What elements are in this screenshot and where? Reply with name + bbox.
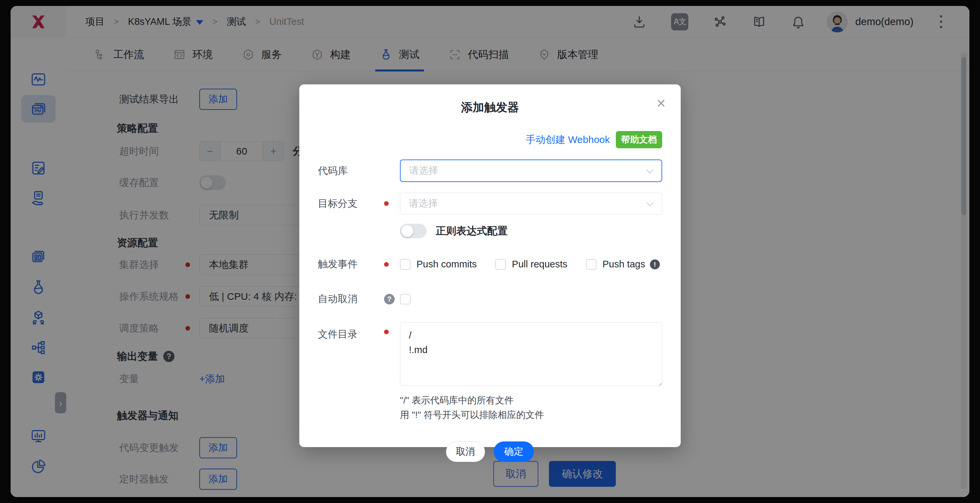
- required-dot: [384, 262, 389, 267]
- file-paths-hints: "/" 表示代码库中的所有文件 用 "!" 符号开头可以排除相应的文件: [400, 393, 662, 422]
- modal-help-row: 手动创建 Webhook 帮助文档: [318, 131, 662, 148]
- app-window: 项目 > K8sYAML 场景 > 测试 > UnitTest A文: [11, 6, 969, 497]
- required-dot: [384, 201, 389, 206]
- row-file-paths: 文件目录 / !.md: [318, 322, 662, 386]
- field-label: 文件目录: [318, 328, 384, 341]
- field-label: 触发事件: [318, 257, 384, 271]
- help-doc-badge[interactable]: 帮助文档: [616, 131, 662, 148]
- push-tags-checkbox[interactable]: [586, 259, 597, 270]
- chevron-down-icon: [647, 199, 654, 206]
- hint-line: 用 "!" 符号开头可以排除相应的文件: [400, 408, 662, 422]
- branch-select[interactable]: 请选择: [400, 193, 662, 214]
- regex-toggle[interactable]: [400, 224, 426, 238]
- field-label: 目标分支: [318, 197, 384, 211]
- option-push-tags: Push tags !: [586, 259, 660, 270]
- file-paths-textarea[interactable]: / !.md: [400, 322, 662, 386]
- question-icon[interactable]: ?: [384, 294, 395, 305]
- row-branch: 目标分支 请选择: [318, 193, 662, 214]
- modal-cancel-button[interactable]: 取消: [446, 441, 485, 462]
- auto-cancel-checkbox[interactable]: [400, 294, 410, 305]
- option-push-commits: Push commits: [400, 259, 477, 270]
- repo-select[interactable]: 请选择: [400, 160, 662, 182]
- row-repo: 代码库 请选择: [318, 160, 662, 182]
- row-regex-toggle: 正则表达式配置: [318, 224, 662, 238]
- repo-placeholder: 请选择: [409, 164, 438, 178]
- field-label: 代码库: [318, 164, 384, 178]
- pull-requests-checkbox[interactable]: [495, 259, 506, 270]
- info-icon[interactable]: !: [650, 259, 660, 270]
- branch-placeholder: 请选择: [409, 197, 438, 210]
- chevron-down-icon: [646, 167, 653, 173]
- modal-actions: 取消 确定: [318, 441, 662, 462]
- row-trigger-events: 触发事件 Push commits Pull requests Push tag…: [318, 257, 662, 271]
- modal-ok-button[interactable]: 确定: [494, 441, 534, 462]
- modal-title: 添加触发器: [318, 84, 662, 115]
- row-auto-cancel: 自动取消 ?: [318, 292, 662, 306]
- create-webhook-link[interactable]: 手动创建 Webhook: [525, 133, 610, 147]
- hint-line: "/" 表示代码库中的所有文件: [400, 393, 662, 408]
- required-dot: [384, 330, 389, 334]
- field-label: 自动取消: [318, 292, 384, 306]
- add-trigger-modal: 添加触发器 ✕ 手动创建 Webhook 帮助文档 代码库 请选择 目标分支 请…: [299, 84, 681, 447]
- option-pull-requests: Pull requests: [495, 259, 568, 270]
- push-commits-checkbox[interactable]: [400, 259, 410, 270]
- regex-toggle-label: 正则表达式配置: [436, 224, 508, 238]
- close-icon[interactable]: ✕: [656, 98, 666, 109]
